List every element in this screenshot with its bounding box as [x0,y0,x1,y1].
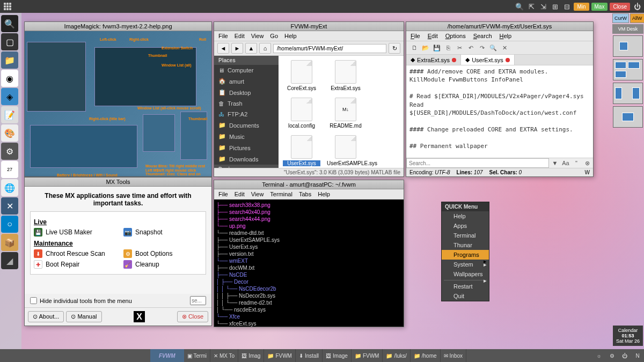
qm-programs[interactable]: Programs▸ [442,250,489,260]
mxtools-search-input[interactable] [190,296,206,305]
close-icon[interactable]: ✕ [500,43,509,53]
redo-icon[interactable]: ↷ [477,43,487,53]
tb-n-button[interactable]: N [631,349,644,362]
terminal-content[interactable]: ├── search38x38.png ├── search40x40.png … [214,200,404,327]
fm-menu-help[interactable]: Help [284,33,297,39]
path-input[interactable]: /home/amurt/FVWM-myExt/ [273,44,386,53]
term-menu-tabs[interactable]: Tabs [299,191,311,197]
sidebar-ftp[interactable]: 🖧FTP:A2 [214,109,279,120]
taskbar-item[interactable]: 📁FVWM [264,349,296,362]
mxtools-titlebar[interactable]: MX Tools [25,178,211,187]
ed-menu-file[interactable]: File [411,33,420,39]
manual-button[interactable]: ⊙ Manual [66,311,101,322]
search-close-icon[interactable]: ⊗ [582,158,592,168]
paint-dock-icon[interactable]: 🎨 [1,124,18,142]
fm-menu-go[interactable]: Go [270,33,278,39]
curw-button[interactable]: CurW [612,13,629,23]
cloud-dock-icon[interactable]: ○ [1,216,18,233]
fm-files-area[interactable]: CoreExt.sys ExtraExt.sys local.config M↓… [279,56,404,168]
sidebar-trash[interactable]: 🗑Trash [214,98,279,109]
export-icon[interactable]: ⇱ [526,2,536,11]
calendar-dock-icon[interactable]: 27 [1,161,18,178]
grid2-icon[interactable]: ⊟ [562,2,572,11]
ed-menu-help[interactable]: Help [500,33,512,39]
qm-apps[interactable]: Apps [442,221,489,231]
search-case-icon[interactable]: Aa [561,158,570,168]
undo-icon[interactable]: ↶ [466,43,475,53]
apps-grid-icon[interactable] [2,1,13,12]
calendar-widget[interactable]: Calendar 01:53 Sat Mar 26 [613,326,643,346]
tb-power-icon[interactable]: ⏻ [618,349,631,362]
saveas-icon[interactable]: ⎘ [443,43,453,53]
chroot-item[interactable]: ⬇Chroot Rescue Scan [34,249,113,258]
import-icon[interactable]: ⇲ [538,2,548,11]
new-icon[interactable]: 🗋 [409,43,419,53]
sidebar-desktop[interactable]: 📋Desktop [214,87,279,98]
bootopts-item[interactable]: ⚙Boot Options [123,249,202,258]
taskbar-item[interactable]: 🖼Imag [238,349,264,362]
home-button[interactable]: ⌂ [259,43,271,54]
about-button[interactable]: ⊙ About... [28,311,64,322]
term-menu-view[interactable]: View [251,191,264,197]
qm-system[interactable]: System▸ [442,260,489,269]
cut-icon[interactable]: ✂ [455,43,464,53]
qm-quit[interactable]: Quit [442,291,489,301]
terminal-dock-icon[interactable]: ▢ [1,33,18,50]
vmdesk-button[interactable]: VM Desk [612,24,643,34]
qm-help[interactable]: Help [442,211,489,221]
app1-dock-icon[interactable]: ◈ [1,88,18,105]
ed-menu-edit[interactable]: Edit [428,33,438,39]
tab-userext[interactable]: ◆ UserExt.sys [461,55,515,65]
fvwm-logo[interactable]: FVWM [150,349,184,362]
qm-terminal[interactable]: Terminal [442,231,489,240]
tb-settings-icon[interactable]: ⚙ [605,349,618,362]
taskbar-item[interactable]: 📁/luks/ [383,349,410,362]
editor-search-input[interactable] [406,158,549,168]
file-localconfig[interactable]: local.config [283,98,320,129]
terminal-titlebar[interactable]: Terminal - amurt@rasatPC: ~/.fvwm [214,180,404,189]
open-icon[interactable]: 📂 [421,43,430,53]
taskbar-item[interactable]: ✉Inbox [441,349,466,362]
term-menu-file[interactable]: File [218,191,228,197]
tab-extraext[interactable]: ◆ ExtraExt.sys [406,55,461,65]
forward-button[interactable]: ► [231,43,243,54]
sidebar-music[interactable]: 📁Music [214,131,279,142]
pager-4[interactable] [613,106,643,128]
search-word-icon[interactable]: " [572,158,581,168]
gear-dock-icon[interactable]: ⚙ [1,143,18,160]
taskbar-item[interactable]: ✕MX To [210,349,238,362]
sidebar-home[interactable]: 🏠amurt [214,76,279,87]
term-menu-edit[interactable]: Edit [235,191,245,197]
refresh-button[interactable]: ↻ [389,43,400,54]
liveusb-item[interactable]: 💾Live USB Maker [34,228,113,237]
pager-3[interactable] [613,83,643,104]
save-icon[interactable]: 💾 [432,43,442,53]
pager-2[interactable] [613,59,643,80]
hide-tools-checkbox[interactable] [30,297,37,304]
fm-menu-file[interactable]: File [218,33,228,39]
file-coreext[interactable]: CoreExt.sys [283,60,320,91]
qm-wallpapers[interactable]: Wallpapers▸ [442,269,489,279]
taskbar-item[interactable]: 📁FVWM [352,349,383,362]
qm-thunar[interactable]: Thunar [442,240,489,250]
search-icon[interactable]: 🔍 [515,2,524,11]
search-dock-icon[interactable]: 🔍 [1,15,18,32]
fm-titlebar[interactable]: FVWM-myExt [214,22,404,31]
editor-content[interactable]: #### Add/remove CORE and EXTRA modules. … [406,65,593,158]
find-icon[interactable]: 🔍 [488,43,498,53]
file-readme[interactable]: M↓README.md [327,98,364,129]
up-button[interactable]: ▲ [245,43,257,54]
fm-menu-edit[interactable]: Edit [235,33,245,39]
term-menu-terminal[interactable]: Terminal [270,191,292,197]
qm-restart[interactable]: Restart [442,282,489,291]
term-menu-help[interactable]: Help [318,191,330,197]
taskbar-item[interactable]: 📁/home [411,349,441,362]
tools-dock-icon[interactable]: ✕ [1,197,18,215]
search-next-icon[interactable]: ▼ [550,158,560,168]
editor-dock-icon[interactable]: 📝 [1,106,18,123]
grid-icon[interactable]: ⊞ [550,2,560,11]
file-extraext[interactable]: ExtraExt.sys [327,60,364,91]
sidebar-downloads[interactable]: 📁Downloads [214,153,279,165]
pager-1[interactable] [613,35,643,57]
mxtools-close-button[interactable]: ⊗ Close [177,311,208,322]
